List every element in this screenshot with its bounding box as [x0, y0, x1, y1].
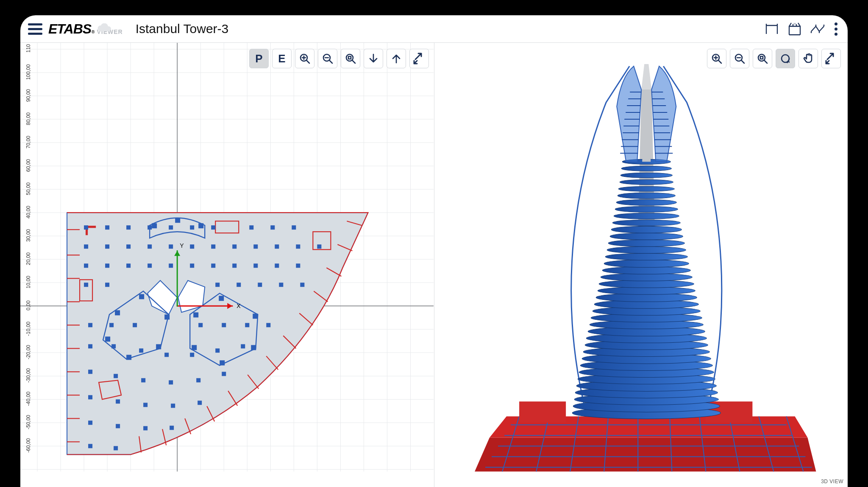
elevation-mode-button[interactable]: E	[272, 49, 292, 68]
svg-rect-139	[88, 444, 92, 448]
svg-rect-106	[236, 283, 241, 287]
svg-rect-116	[266, 323, 270, 327]
svg-rect-125	[114, 374, 118, 378]
fullscreen-button[interactable]	[409, 49, 429, 68]
zoom-in-button[interactable]	[295, 49, 314, 68]
app-header: ETABS® VIEWER Istanbul Tower-3 H	[20, 15, 848, 42]
svg-rect-108	[279, 283, 283, 287]
svg-rect-153	[152, 223, 157, 228]
svg-text:X: X	[236, 302, 241, 309]
svg-rect-105	[215, 283, 220, 287]
svg-point-209	[604, 260, 689, 267]
svg-rect-120	[164, 353, 169, 357]
svg-rect-122	[215, 348, 220, 353]
svg-point-215	[612, 220, 680, 226]
svg-rect-154	[175, 218, 180, 223]
orbit-button[interactable]	[776, 49, 795, 68]
svg-rect-145	[126, 355, 131, 360]
svg-rect-129	[222, 372, 226, 376]
svg-rect-134	[198, 400, 202, 405]
svg-rect-111	[109, 323, 114, 327]
app-logo-text: ETABS	[48, 21, 91, 37]
zoom-out-button[interactable]	[730, 49, 749, 68]
svg-rect-110	[88, 323, 92, 327]
svg-rect-155	[198, 223, 203, 228]
3d-toolbar	[707, 49, 841, 68]
svg-rect-94	[126, 263, 131, 268]
svg-point-223	[621, 166, 671, 171]
svg-rect-77	[249, 225, 253, 230]
svg-rect-127	[169, 380, 173, 384]
svg-rect-138	[170, 425, 174, 430]
frame-view-icon[interactable]	[763, 20, 780, 37]
connection-view-icon[interactable]	[809, 20, 826, 37]
svg-rect-114	[222, 323, 226, 327]
svg-rect-88	[253, 244, 258, 249]
svg-point-218	[616, 199, 676, 205]
svg-text:Y: Y	[180, 242, 184, 249]
svg-rect-130	[88, 395, 92, 399]
svg-rect-144	[156, 344, 161, 349]
more-menu-icon[interactable]	[832, 22, 840, 36]
svg-rect-89	[275, 244, 279, 249]
svg-rect-118	[111, 344, 116, 348]
section-view-icon[interactable]: H	[786, 20, 803, 37]
svg-rect-92	[84, 263, 88, 268]
svg-rect-93	[105, 263, 109, 268]
svg-rect-96	[169, 263, 173, 268]
svg-rect-123	[241, 344, 245, 348]
svg-rect-148	[219, 296, 224, 301]
menu-button[interactable]	[28, 20, 45, 37]
svg-rect-86	[211, 244, 215, 249]
svg-rect-101	[275, 263, 279, 268]
svg-rect-113	[198, 323, 203, 327]
svg-point-205	[598, 287, 695, 294]
svg-rect-72	[126, 225, 131, 230]
pan-button[interactable]	[798, 49, 818, 68]
svg-rect-151	[220, 360, 225, 365]
svg-point-211	[607, 246, 686, 253]
svg-text:H: H	[794, 22, 796, 25]
svg-rect-80	[84, 244, 88, 249]
zoom-out-button[interactable]	[318, 49, 337, 68]
svg-rect-142	[139, 294, 144, 299]
svg-rect-78	[270, 225, 275, 230]
svg-rect-147	[193, 312, 198, 317]
zoom-fit-button[interactable]	[341, 49, 360, 68]
zoom-in-button[interactable]	[707, 49, 726, 68]
svg-point-206	[599, 280, 694, 288]
svg-rect-102	[296, 263, 300, 268]
svg-rect-85	[190, 244, 194, 249]
plan-mode-button[interactable]: P	[249, 49, 269, 68]
level-up-button[interactable]	[387, 49, 406, 68]
svg-rect-84	[169, 244, 173, 249]
svg-rect-128	[196, 378, 200, 382]
svg-rect-126	[141, 378, 145, 382]
svg-rect-137	[143, 426, 147, 430]
svg-marker-166	[475, 437, 816, 471]
plan-canvas[interactable]: X Y	[20, 43, 434, 472]
svg-rect-70	[84, 225, 88, 230]
svg-rect-152	[192, 345, 197, 350]
3d-canvas[interactable]	[434, 43, 848, 472]
cloud-icon	[96, 21, 114, 31]
svg-rect-146	[105, 336, 110, 341]
plan-toolbar: P E	[249, 49, 429, 68]
svg-rect-149	[253, 313, 258, 319]
svg-rect-79	[292, 225, 296, 230]
level-down-button[interactable]	[364, 49, 383, 68]
fullscreen-button[interactable]	[821, 49, 841, 68]
3d-viewport[interactable]: 3D VIEW	[434, 42, 848, 487]
svg-rect-104	[105, 283, 109, 287]
svg-rect-141	[115, 310, 120, 315]
plan-viewport[interactable]: P E	[20, 42, 434, 487]
svg-point-208	[602, 266, 690, 274]
svg-rect-71	[105, 225, 109, 230]
svg-rect-73	[147, 225, 152, 230]
zoom-fit-button[interactable]	[753, 49, 772, 68]
svg-point-216	[614, 213, 679, 219]
svg-rect-109	[300, 283, 304, 287]
svg-rect-98	[211, 263, 215, 268]
svg-rect-76	[211, 225, 215, 230]
svg-rect-82	[126, 244, 131, 249]
